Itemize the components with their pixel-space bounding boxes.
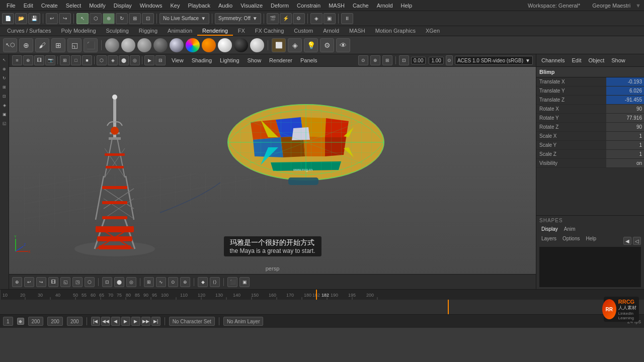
left-tool-4[interactable]: ⊞ bbox=[1, 83, 8, 90]
pause-btn[interactable]: ⏸ bbox=[341, 13, 353, 24]
menu-deform[interactable]: Deform bbox=[267, 2, 292, 10]
vp-snap-point[interactable]: ⊙ bbox=[168, 277, 178, 287]
menu-modify[interactable]: Modify bbox=[86, 2, 109, 10]
shelf-tab-fxcaching[interactable]: FX Caching bbox=[250, 27, 289, 36]
vp-ctrl-manipulator[interactable]: ⊡ bbox=[399, 55, 409, 65]
vp-ctrl-snap2[interactable]: ⊞ bbox=[382, 55, 392, 65]
left-tool-8[interactable]: ◱ bbox=[1, 120, 8, 127]
symmetry-dropdown[interactable]: Symmetry: Off▼ bbox=[215, 13, 261, 24]
vp-menu-view[interactable]: View bbox=[170, 56, 186, 64]
vp-icon-ao[interactable]: ◎ bbox=[130, 55, 140, 65]
shelf-tab-custom[interactable]: Custom bbox=[289, 27, 318, 36]
shapes-nav-prev2[interactable]: ◁ bbox=[633, 237, 641, 245]
playback-range-2[interactable]: 200 bbox=[47, 317, 63, 326]
shelf-sphere-gradient[interactable] bbox=[186, 38, 200, 52]
hypershade-btn[interactable]: ◈ bbox=[310, 13, 323, 24]
left-tool-2[interactable]: ⊕ bbox=[1, 65, 8, 72]
shelf-sphere-black[interactable] bbox=[234, 38, 248, 52]
channel-scale-x[interactable]: Scale X 1 bbox=[536, 132, 644, 141]
shelf-sphere-white2[interactable] bbox=[250, 38, 264, 52]
rotate-tool-btn[interactable]: ↻ bbox=[116, 13, 128, 24]
goto-start-btn[interactable]: |◀ bbox=[91, 317, 100, 326]
left-tool-6[interactable]: ◈ bbox=[1, 102, 8, 109]
channel-translate-x[interactable]: Translate X -0.193 bbox=[536, 77, 644, 86]
vp-render-1[interactable]: ⊕ bbox=[12, 277, 22, 287]
channel-translate-z[interactable]: Translate Z -91.455 bbox=[536, 96, 644, 105]
open-scene-btn[interactable]: 📂 bbox=[15, 13, 27, 24]
vp-render-8[interactable]: ⊡ bbox=[102, 277, 112, 287]
exposure-input[interactable]: 0.00 bbox=[411, 57, 426, 64]
shelf-icon-lasso[interactable]: ⊕ bbox=[19, 38, 33, 52]
channels-tab[interactable]: Channels bbox=[539, 56, 567, 64]
shelf-icon-light[interactable]: 💡 bbox=[304, 38, 318, 52]
channel-edit-tab[interactable]: Edit bbox=[570, 56, 583, 64]
vp-icon-shadow[interactable]: ⬤ bbox=[119, 55, 129, 65]
render-settings-btn[interactable]: ⚙ bbox=[293, 13, 305, 24]
menu-display[interactable]: Display bbox=[110, 2, 135, 10]
menu-edit[interactable]: Edit bbox=[20, 2, 37, 10]
vp-menu-renderer[interactable]: Renderer bbox=[267, 56, 294, 64]
shelf-icon-select[interactable]: ↖⬡ bbox=[3, 38, 17, 52]
left-tool-1[interactable]: ↖ bbox=[1, 56, 8, 63]
playback-range-3[interactable]: 200 bbox=[67, 317, 83, 326]
shapes-sub-options[interactable]: Options bbox=[560, 235, 582, 245]
vp-menu-lighting[interactable]: Lighting bbox=[218, 56, 242, 64]
current-frame-field[interactable]: 1 bbox=[3, 317, 13, 326]
shelf-sphere-white[interactable] bbox=[218, 38, 232, 52]
goto-end-btn[interactable]: ▶| bbox=[151, 317, 160, 326]
anim-layer-field[interactable]: No Anim Layer bbox=[223, 317, 264, 326]
play-btn[interactable]: ▶ bbox=[121, 317, 130, 326]
undo-btn[interactable]: ↩ bbox=[46, 13, 58, 24]
shapes-sub-help[interactable]: Help bbox=[584, 235, 598, 245]
new-scene-btn[interactable]: 📄 bbox=[2, 13, 14, 24]
channel-rotate-y[interactable]: Rotate Y 77.916 bbox=[536, 114, 644, 123]
vp-icon-grid[interactable]: ⊞ bbox=[60, 55, 70, 65]
vp-menu-show[interactable]: Show bbox=[246, 56, 264, 64]
shelf-tab-rigging[interactable]: Rigging bbox=[134, 27, 163, 36]
vp-icon-light[interactable]: ◈ bbox=[108, 55, 118, 65]
viewport[interactable]: ≡ ⊕ 🎞 📷 ⊞ □ ■ ⬡ ◈ ⬤ ◎ ▶ ⊟ View Shading L… bbox=[9, 54, 536, 289]
shelf-icon-eye[interactable]: 👁 bbox=[336, 38, 350, 52]
menu-arnold[interactable]: Arnold bbox=[373, 2, 396, 10]
shelf-tab-xgen[interactable]: XGen bbox=[421, 27, 445, 36]
shelf-tab-mash[interactable]: MASH bbox=[344, 27, 370, 36]
color-space-dropdown[interactable]: ACES 1.0 SDR-video (sRGB)▼ bbox=[455, 56, 533, 65]
vp-render-5[interactable]: ◱ bbox=[60, 277, 70, 287]
lasso-tool-btn[interactable]: ⬡ bbox=[90, 13, 102, 24]
vp-cache[interactable]: ⬛ bbox=[227, 277, 237, 287]
shelf-sphere-dark[interactable] bbox=[153, 38, 168, 52]
vp-render-9[interactable]: ⬤ bbox=[114, 277, 124, 287]
prev-key-btn[interactable]: ◀◀ bbox=[101, 317, 110, 326]
vp-snap-proj[interactable]: ⊕ bbox=[180, 277, 190, 287]
menu-mash[interactable]: MASH bbox=[325, 2, 348, 10]
timeline-track[interactable] bbox=[0, 300, 644, 314]
shelf-sphere-metal[interactable] bbox=[170, 38, 184, 52]
vp-icon-tex[interactable]: ⬡ bbox=[97, 55, 107, 65]
menu-audio[interactable]: Audio bbox=[215, 2, 236, 10]
playback-range-1[interactable]: 200 bbox=[28, 317, 44, 326]
vp-render-3[interactable]: ↪ bbox=[36, 277, 46, 287]
shapes-tab-anim[interactable]: Anim bbox=[562, 225, 578, 233]
vp-icon-1[interactable]: ≡ bbox=[12, 55, 22, 65]
shelf-icon-texture-map[interactable]: ⬜ bbox=[272, 38, 286, 52]
vp-icon-hud[interactable]: ⊟ bbox=[155, 55, 166, 65]
shelf-icon-paint[interactable]: 🖌 bbox=[35, 38, 49, 52]
vp-render-10[interactable]: ◎ bbox=[126, 277, 136, 287]
channel-rotate-x[interactable]: Rotate X 90 bbox=[536, 105, 644, 114]
channel-rotate-z[interactable]: Rotate Z 90 bbox=[536, 123, 644, 132]
next-frame-btn[interactable]: ▶ bbox=[131, 317, 140, 326]
vp-ctrl-snap1[interactable]: ⊕ bbox=[370, 55, 380, 65]
shelf-icon-soft[interactable]: ⊞ bbox=[51, 38, 65, 52]
left-tool-3[interactable]: ↻ bbox=[1, 74, 8, 81]
vp-ctrl-colorspace[interactable]: ⊙ bbox=[446, 55, 453, 65]
scale-tool-btn[interactable]: ⊞ bbox=[129, 13, 141, 24]
key-marker-btn[interactable]: ◆ bbox=[17, 318, 24, 325]
vp-ctrl-select[interactable]: ⊙ bbox=[358, 55, 368, 65]
shelf-tab-arnold[interactable]: Arnold bbox=[318, 27, 344, 36]
shelf-tab-animation[interactable]: Animation bbox=[163, 27, 197, 36]
save-scene-btn[interactable]: 💾 bbox=[28, 13, 40, 24]
menu-create[interactable]: Create bbox=[38, 2, 61, 10]
vp-menu-panels[interactable]: Panels bbox=[298, 56, 319, 64]
menu-visualize[interactable]: Visualize bbox=[237, 2, 266, 10]
shapes-sub-layers[interactable]: Layers bbox=[539, 235, 558, 245]
